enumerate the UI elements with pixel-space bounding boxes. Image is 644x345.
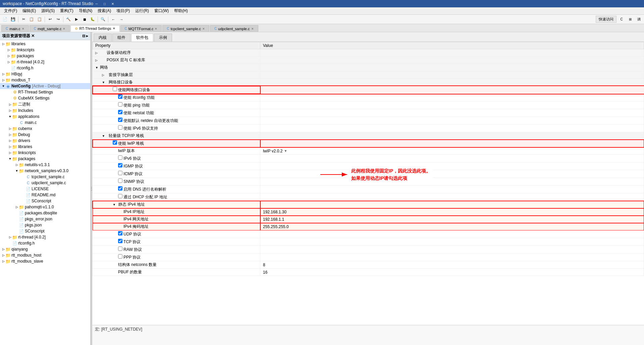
tree-item-rtconfig2[interactable]: 📄 rtconfig.h [0, 240, 90, 246]
tree-item-rtt-modbus-slave[interactable]: ▷ 📁 rtt_modbus_slave [0, 258, 90, 264]
tab-mqtt-sample[interactable]: C mqtt_sample.c ✕ [30, 25, 70, 32]
table-row-ipv4-gw[interactable]: IPv4 网关地址 192.168.1.1 [93, 216, 644, 223]
tree-item-rtt-modbus-host[interactable]: ▷ 📁 rtt_modbus_host [0, 252, 90, 258]
tree-item[interactable]: 📄 rtconfig.h [0, 65, 90, 71]
dropdown-arrow-icon[interactable]: ▼ [284, 149, 287, 153]
table-row-dhcp[interactable]: 通过 DHCP 分配 IP 地址 [93, 193, 644, 201]
minimize-button[interactable]: ─ [93, 1, 100, 6]
tree-item-libraries2[interactable]: ▷ 📁 libraries [0, 144, 90, 150]
tree-item[interactable]: ▷ 📁 libraries [0, 41, 90, 47]
toolbar-redo[interactable]: ↪ [54, 16, 62, 23]
table-row[interactable]: RAW 协议 [93, 246, 644, 254]
checkbox-tcp[interactable] [118, 239, 122, 243]
table-row[interactable]: ▼轻量级 TCP/IP 堆栈 [93, 132, 644, 140]
table-row-ipv4-mask[interactable]: IPv4 掩码地址 255.255.255.0 [93, 223, 644, 230]
tree-item-linkscripts2[interactable]: ▷ 📁 linkscripts [0, 150, 90, 156]
tree-item-applications[interactable]: ▼ 📁 applications [0, 114, 90, 120]
tab-udpclient[interactable]: C udpclient_sample.c ✕ [210, 25, 258, 32]
checkbox-netstat[interactable] [118, 110, 122, 114]
table-row[interactable]: ▷POSIX 层与 C 标准库 [93, 57, 644, 64]
tree-item-sconscript1[interactable]: 📄 SConscript [0, 198, 90, 204]
toolbar-search[interactable]: 🔍 [99, 16, 107, 23]
table-row[interactable]: IGMP 协议 [93, 162, 644, 170]
table-row-static-ipv4[interactable]: ▼ 静态 IPv4 地址 [93, 201, 644, 208]
tree-item-udpclient[interactable]: C udpclient_sample.c [0, 180, 90, 186]
table-row[interactable]: 使能 netstat 功能 [93, 109, 644, 117]
tree-item[interactable]: ▷ 📁 HBqyj [0, 71, 90, 77]
table-row[interactable]: 使能 ifconfig 功能 [93, 94, 644, 101]
tree-item-license[interactable]: 📄 LICENSE [0, 186, 90, 192]
checkbox-udp[interactable] [118, 231, 122, 235]
toolbar-save[interactable]: 💾 [9, 16, 17, 23]
table-row[interactable]: ICMP 协议 [93, 170, 644, 178]
menu-source[interactable]: 源码(S) [39, 7, 57, 14]
toolbar-build[interactable]: 🔨 [65, 16, 72, 23]
tab-rt-thread-settings[interactable]: ⚙ RT-Thread Settings ✕ [70, 25, 119, 32]
toolbar-prev[interactable]: ← [110, 16, 117, 23]
restore-button[interactable]: □ [101, 1, 108, 6]
tree-item-drivers[interactable]: ▷ 📁 drivers [0, 138, 90, 144]
toolbar-debug[interactable]: 🐛 [89, 16, 96, 23]
tree-item-qianyang[interactable]: ▷ 📁 qianyang [0, 246, 90, 252]
table-row[interactable]: ▼网络 [93, 64, 644, 71]
tree-item-pahomqtt[interactable]: ▷ 📁 pahomqtt-v1.1.0 [0, 204, 90, 210]
tree-item[interactable]: ▷ 📁 rt-thread [4.0.2] [0, 59, 90, 65]
checkbox-netdev-auto[interactable] [118, 118, 122, 122]
tree-item-sconscript2[interactable]: 📄 SConscript [0, 228, 90, 234]
toolbar-stop[interactable]: ⏹ [81, 16, 88, 23]
checkbox-icmp[interactable] [118, 171, 122, 175]
close-button[interactable]: ✕ [109, 1, 116, 6]
table-row[interactable]: ▼网络接口设备 [93, 79, 644, 86]
menu-help[interactable]: 帮助(H) [171, 7, 191, 14]
table-row[interactable]: 使能 ping 功能 [93, 101, 644, 109]
sidebar-content[interactable]: ▷ 📁 libraries ▷ 📁 linkscripts ▷ 📁 packag… [0, 40, 90, 345]
tree-item-packages2[interactable]: ▼ 📁 packages [0, 156, 90, 162]
menu-project[interactable]: 项目(P) [114, 7, 132, 14]
tab-components[interactable]: 组件 [112, 33, 130, 42]
toolbar-debug2[interactable]: 调 [635, 16, 643, 23]
toolbar-run[interactable]: ▶ [73, 16, 80, 23]
menu-run[interactable]: 运行(R) [132, 7, 152, 14]
table-row[interactable]: IPv6 协议 [93, 155, 644, 162]
menu-search[interactable]: 搜索(A) [95, 7, 114, 14]
toolbar-extra1[interactable]: ⊞ [627, 16, 634, 23]
tab-mqttformat[interactable]: C MQTTFormat.c ✕ [120, 25, 162, 32]
table-row[interactable]: ▷设备驱动程序 [93, 49, 644, 57]
table-row[interactable]: SNMP 协议 [93, 178, 644, 186]
tab-main-c[interactable]: C main.c ✕ [1, 25, 29, 32]
tree-item-netutils[interactable]: ▷ 📁 netutils-v1.3.1 [0, 162, 90, 168]
checkbox-lwip[interactable] [113, 140, 117, 145]
toolbar-c[interactable]: C [618, 16, 625, 23]
toolbar-next[interactable]: → [118, 16, 125, 23]
table-row-lwip-version[interactable]: lwIP 版本 lwIP v2.0.2 ▼ [93, 147, 644, 155]
title-controls[interactable]: ─ □ ✕ [93, 1, 116, 6]
tree-item-cubemx[interactable]: ⚙ CubeMX Settings [0, 95, 90, 101]
table-row[interactable]: ▷套接字抽象层 [93, 71, 644, 79]
tree-item-pkgs-error[interactable]: 📄 pkgs_error.json [0, 216, 90, 222]
checkbox-ping[interactable] [118, 102, 122, 107]
menu-refactor[interactable]: 重构(T) [57, 7, 76, 14]
toolbar-cut[interactable]: ✂ [20, 16, 27, 23]
checkbox-netdev[interactable] [113, 87, 117, 91]
tree-item-pkgs-json[interactable]: 📄 pkgs.json [0, 222, 90, 228]
sidebar-controls[interactable]: ⊟ ▸ [82, 34, 88, 38]
table-row[interactable]: 结构体 netconns 数量 8 [93, 261, 644, 269]
tree-item[interactable]: ▷ 📁 linkscripts [0, 47, 90, 53]
tab-packages[interactable]: 软件包 [131, 33, 153, 42]
checkbox-dns[interactable] [118, 186, 122, 191]
tree-item-netconfig[interactable]: ▼ ◈ NetConfig [Active - Debug] [0, 83, 90, 89]
tree-item-rtthread2[interactable]: ▷ 📁 rt-thread [4.0.2] [0, 234, 90, 240]
table-row[interactable]: PPP 协议 [93, 254, 644, 261]
toolbar-undo[interactable]: ↩ [46, 16, 54, 23]
tree-item-network-samples[interactable]: ▼ 📁 network_samples-v0.3.0 [0, 168, 90, 174]
tree-item-packages-db[interactable]: 📄 packages.dbsqlite [0, 210, 90, 216]
checkbox-raw[interactable] [118, 247, 122, 251]
menu-edit[interactable]: 编辑(E) [20, 7, 39, 14]
tree-item[interactable]: ▷ 📁 modbus_T [0, 77, 90, 83]
table-row[interactable]: 启用 DNS 进行名称解析 [93, 186, 644, 193]
checkbox-ipv6[interactable] [118, 125, 122, 130]
table-row[interactable]: PBUF 的数量 16 [93, 269, 644, 276]
tree-item[interactable]: ▷ 📁 packages [0, 53, 90, 59]
checkbox-snmp[interactable] [118, 179, 122, 183]
tree-item-main-c[interactable]: C main.c [0, 120, 90, 126]
